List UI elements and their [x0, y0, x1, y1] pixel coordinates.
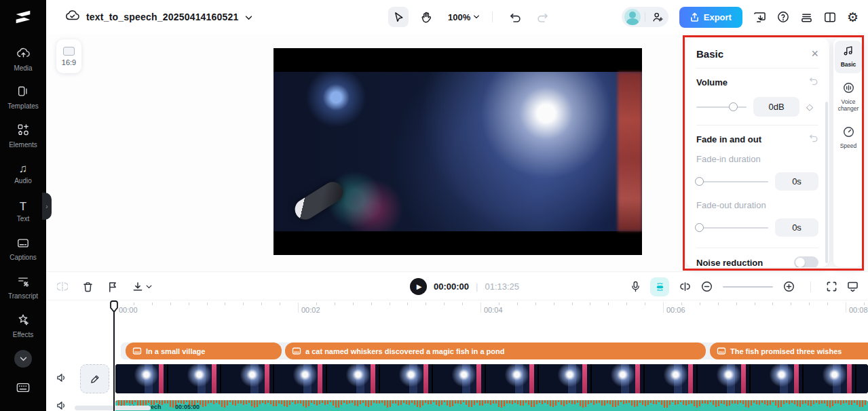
- marker-flag-button[interactable]: [108, 281, 117, 292]
- voiceover-mic-button[interactable]: [631, 281, 640, 292]
- playhead-line: [113, 307, 115, 411]
- fade-out-slider[interactable]: [696, 227, 768, 229]
- chevron-right-icon: ›: [45, 203, 48, 210]
- fade-in-slider[interactable]: [696, 181, 768, 182]
- project-title[interactable]: text_to_speech_20250414160521: [86, 12, 239, 22]
- volume-slider-handle[interactable]: [729, 102, 738, 111]
- project-menu-chevron-icon[interactable]: [245, 11, 252, 23]
- select-tool-button[interactable]: [388, 7, 409, 27]
- add-member-icon[interactable]: [649, 12, 666, 22]
- shortcuts-button[interactable]: [800, 12, 813, 23]
- fade-out-slider-handle[interactable]: [695, 223, 704, 232]
- caption-clip[interactable]: The fish promised three wishes: [710, 342, 868, 359]
- sidebar-item-media[interactable]: Media: [0, 41, 46, 79]
- aspect-ratio-button[interactable]: 16:9: [56, 39, 81, 73]
- smart-snap-button[interactable]: [650, 277, 669, 296]
- tab-basic[interactable]: Basic: [835, 41, 862, 73]
- keyframe-diamond-icon[interactable]: ◇: [806, 102, 813, 112]
- caption-clip[interactable]: a cat named whiskers discovered a magic …: [285, 342, 706, 359]
- fade-out-value-input[interactable]: 0s: [775, 218, 818, 237]
- help-button[interactable]: [777, 11, 789, 23]
- sidebar-item-elements[interactable]: Elements: [0, 117, 46, 155]
- elements-icon: [17, 123, 29, 138]
- tab-label: Voice changer: [835, 98, 861, 113]
- playhead-handle[interactable]: [109, 300, 119, 316]
- noise-reduction-label: Noise reduction: [696, 258, 763, 268]
- video-frame: [273, 72, 642, 231]
- video-track-mute-button[interactable]: [56, 373, 67, 385]
- install-app-button[interactable]: [753, 12, 766, 23]
- divider: [696, 125, 818, 125]
- export-button[interactable]: Export: [679, 7, 742, 28]
- audio-clip-time: 00:05:00: [175, 404, 200, 410]
- horizontal-scrollbar[interactable]: [75, 406, 151, 410]
- sidebar-item-transcript[interactable]: Transcript: [0, 269, 46, 307]
- chevron-down-icon: [146, 285, 152, 289]
- timeline-zoom-in-button[interactable]: [783, 281, 795, 292]
- canvas-zoom-control[interactable]: 100%: [448, 12, 480, 22]
- snap-align-button[interactable]: [679, 281, 691, 292]
- undo-button[interactable]: [505, 7, 525, 27]
- pencil-icon: [90, 374, 100, 385]
- total-duration: 01:13:25: [485, 281, 519, 292]
- text-panel-collapse-handle[interactable]: ›: [42, 193, 52, 220]
- magnet-icon: [654, 282, 666, 292]
- brick-wall: [618, 72, 642, 231]
- sidebar-item-effects[interactable]: Effects: [0, 307, 46, 345]
- sidebar-item-text[interactable]: T Text: [0, 193, 46, 231]
- sidebar-item-templates[interactable]: Templates: [0, 79, 46, 117]
- hand-tool-button[interactable]: [415, 7, 436, 27]
- video-preview[interactable]: [273, 48, 642, 255]
- time-ruler[interactable]: 00:0000:0200:0400:0600:08: [115, 300, 868, 319]
- split-clip-button[interactable]: [57, 281, 68, 292]
- tab-speed[interactable]: Speed: [835, 121, 862, 155]
- play-button[interactable]: ▶: [410, 278, 427, 295]
- audio-track[interactable]: text to speech 00:05:00: [115, 400, 868, 411]
- music-note-icon: [843, 45, 854, 59]
- time-separator: |: [476, 281, 478, 292]
- close-icon[interactable]: ×: [811, 47, 818, 60]
- keyboard-shortcuts-icon[interactable]: [16, 383, 30, 395]
- redo-button[interactable]: [532, 7, 552, 27]
- volume-value-input[interactable]: 0dB: [753, 97, 799, 117]
- fade-reset-icon[interactable]: [809, 134, 818, 144]
- effects-icon: [17, 313, 29, 328]
- panel-scrollbar[interactable]: [825, 102, 828, 263]
- account-area[interactable]: [622, 7, 668, 27]
- timeline-zoom-out-button[interactable]: [701, 281, 713, 292]
- timeline-zoom-slider[interactable]: [723, 286, 773, 288]
- fade-in-slider-handle[interactable]: [695, 177, 704, 186]
- layout-panels-button[interactable]: [824, 12, 836, 23]
- export-icon: [690, 12, 699, 22]
- settings-button[interactable]: ⚙: [847, 11, 858, 24]
- sidebar-item-label: Text: [17, 215, 29, 222]
- delete-button[interactable]: [83, 281, 93, 292]
- caption-clip[interactable]: In a small village: [126, 342, 282, 359]
- chevron-down-icon: [20, 357, 27, 361]
- sidebar-item-audio[interactable]: ♫ Audio: [0, 155, 46, 193]
- sidebar-more-button[interactable]: [14, 350, 32, 368]
- divider: [696, 68, 818, 68]
- undo-icon: [510, 12, 521, 22]
- audio-track-mute-button[interactable]: [56, 401, 67, 411]
- volume-slider[interactable]: [696, 106, 747, 108]
- preview-quality-button[interactable]: [847, 281, 858, 292]
- hand-icon: [421, 12, 431, 23]
- download-button[interactable]: [132, 281, 152, 292]
- sidebar-item-captions[interactable]: Captions: [0, 231, 46, 269]
- edit-cover-button[interactable]: [80, 364, 109, 393]
- video-track[interactable]: [115, 364, 868, 393]
- tab-label: Basic: [841, 61, 856, 68]
- capcut-logo[interactable]: [14, 8, 33, 28]
- fit-timeline-button[interactable]: [827, 281, 837, 292]
- noise-reduction-toggle[interactable]: [794, 256, 818, 267]
- cloud-sync-icon: [65, 9, 80, 24]
- fade-section-label: Fade in and out: [696, 134, 761, 144]
- timeline-toolbar: ▶ 00:00:00 | 01:13:25: [46, 271, 868, 300]
- aspect-ratio-label: 16:9: [62, 58, 76, 66]
- fade-in-value-input[interactable]: 0s: [775, 172, 818, 191]
- fade-in-label: Fade-in duration: [696, 154, 818, 164]
- pointer-icon: [394, 12, 404, 23]
- volume-reset-icon[interactable]: [809, 77, 818, 87]
- tab-voice-changer[interactable]: Voice changer: [835, 77, 862, 117]
